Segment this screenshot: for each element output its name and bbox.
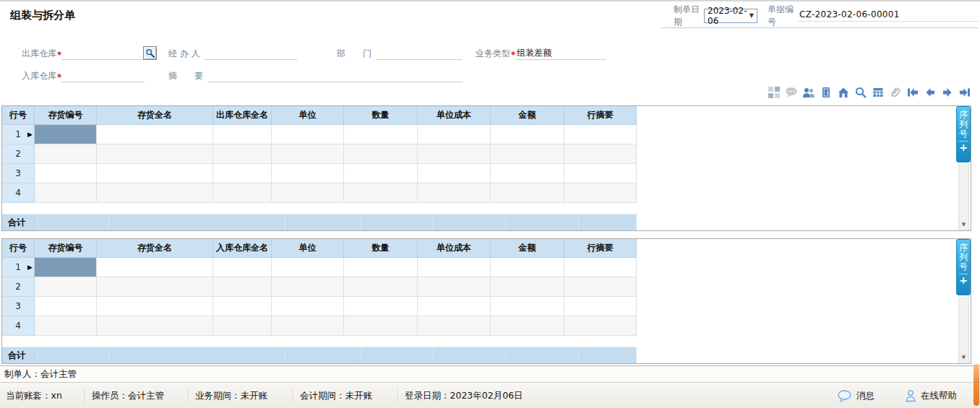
comments-icon[interactable] (784, 85, 798, 99)
column-header[interactable]: 行号 (2, 239, 35, 258)
grid-cell[interactable] (213, 183, 272, 203)
grid-cell[interactable] (344, 277, 418, 297)
grid-cell[interactable] (344, 125, 418, 144)
grid-cell[interactable] (564, 183, 637, 203)
column-header[interactable]: 行号 (2, 106, 35, 125)
grid-cell[interactable] (213, 316, 272, 336)
grid-cell[interactable] (272, 258, 344, 277)
column-header[interactable]: 单位 (272, 106, 344, 125)
grid-cell[interactable] (564, 316, 637, 336)
grid-cell[interactable] (491, 183, 564, 203)
row-number[interactable]: 3 (2, 297, 35, 316)
column-header[interactable]: 单位 (272, 239, 344, 258)
grid-cell[interactable] (97, 277, 213, 297)
column-header[interactable]: 存货全名 (97, 239, 213, 258)
grid-cell[interactable] (418, 183, 491, 203)
column-header[interactable]: 出库仓库全名 (213, 106, 272, 125)
grid-cell[interactable] (418, 144, 491, 164)
row-number[interactable]: 1▶ (2, 125, 35, 144)
grid-cell[interactable] (418, 297, 491, 316)
row-number[interactable]: 1▶ (2, 258, 35, 277)
grid-cell[interactable] (344, 316, 418, 336)
serial-number-button[interactable]: 序列号 + (956, 106, 971, 162)
grid-cell[interactable] (564, 144, 637, 164)
column-header[interactable]: 存货编号 (35, 106, 97, 125)
column-header[interactable]: 存货全名 (97, 106, 213, 125)
grid-cell[interactable] (564, 297, 637, 316)
grid-cell[interactable] (97, 258, 213, 277)
message-button[interactable]: 消息 (838, 383, 874, 408)
grid-cell[interactable] (272, 125, 344, 144)
grid-cell[interactable] (35, 125, 97, 144)
grid-cell[interactable] (564, 277, 637, 297)
vertical-scrollbar[interactable]: ▼ (958, 164, 969, 230)
grid-cell[interactable] (272, 164, 344, 183)
grid-cell[interactable] (213, 297, 272, 316)
grid-cell[interactable] (564, 125, 637, 144)
grid-cell[interactable] (35, 277, 97, 297)
vertical-scrollbar[interactable]: ▼ (958, 297, 969, 363)
grid-cell[interactable] (213, 164, 272, 183)
handler-input[interactable] (205, 47, 297, 60)
grid-cell[interactable] (491, 164, 564, 183)
grid-cell[interactable] (344, 164, 418, 183)
out-warehouse-input[interactable] (61, 47, 142, 60)
scroll-down-icon[interactable]: ▼ (959, 352, 968, 363)
grid-cell[interactable] (272, 297, 344, 316)
page-scrollbar-thumb[interactable] (973, 364, 979, 406)
warehouse-icon[interactable] (836, 85, 850, 99)
column-header[interactable]: 数量 (344, 106, 418, 125)
grid-cell[interactable] (213, 258, 272, 277)
grid-cell[interactable] (35, 164, 97, 183)
row-number[interactable]: 4 (2, 183, 35, 203)
door-icon[interactable] (819, 85, 833, 99)
department-input[interactable] (376, 47, 463, 60)
search-icon[interactable] (854, 85, 867, 99)
grid-cell[interactable] (344, 183, 418, 203)
grid-cell[interactable] (35, 144, 97, 164)
column-header[interactable]: 行摘要 (564, 106, 637, 125)
last-record-icon[interactable] (958, 85, 971, 99)
grid-cell[interactable] (272, 144, 344, 164)
grid-cell[interactable] (97, 144, 213, 164)
column-header[interactable]: 存货编号 (35, 239, 97, 258)
grid-cell[interactable] (344, 297, 418, 316)
grid-cell[interactable] (564, 164, 637, 183)
prev-record-icon[interactable] (923, 85, 937, 99)
grid-cell[interactable] (418, 164, 491, 183)
first-record-icon[interactable] (906, 85, 919, 99)
attachment-icon[interactable] (888, 85, 902, 99)
grid-cell[interactable] (418, 258, 491, 277)
grid-cell[interactable] (97, 297, 213, 316)
online-help-button[interactable]: 在线帮助 (905, 383, 957, 408)
in-warehouse-input[interactable] (61, 69, 145, 82)
out-warehouse-lookup-button[interactable] (143, 46, 157, 60)
grid-cell[interactable] (272, 316, 344, 336)
chevron-down-icon[interactable]: ▼ (748, 12, 755, 19)
column-header[interactable]: 入库仓库全名 (213, 239, 272, 258)
column-header[interactable]: 单位成本 (418, 239, 491, 258)
add-row-button[interactable]: + (959, 142, 968, 153)
grid-cell[interactable] (213, 277, 272, 297)
column-header[interactable]: 金额 (491, 239, 564, 258)
date-picker[interactable]: 2023-02-06 ▼ (704, 9, 757, 23)
column-header[interactable]: 数量 (344, 239, 418, 258)
grid-cell[interactable] (213, 125, 272, 144)
grid-cell[interactable] (491, 125, 564, 144)
grid-cell[interactable] (272, 277, 344, 297)
grid-icon[interactable] (767, 85, 781, 99)
row-number[interactable]: 2 (2, 277, 35, 297)
calculator-icon[interactable] (871, 85, 885, 99)
grid-cell[interactable] (344, 144, 418, 164)
grid-cell[interactable] (418, 125, 491, 144)
add-row-button[interactable]: + (959, 274, 968, 286)
grid-cell[interactable] (491, 258, 564, 277)
grid-cell[interactable] (344, 258, 418, 277)
grid-cell[interactable] (35, 258, 97, 277)
row-number[interactable]: 2 (2, 144, 35, 164)
grid-cell[interactable] (97, 164, 213, 183)
grid-cell[interactable] (564, 258, 637, 277)
column-header[interactable]: 单位成本 (418, 106, 491, 125)
row-number[interactable]: 3 (2, 164, 35, 183)
row-number[interactable]: 4 (2, 316, 35, 336)
